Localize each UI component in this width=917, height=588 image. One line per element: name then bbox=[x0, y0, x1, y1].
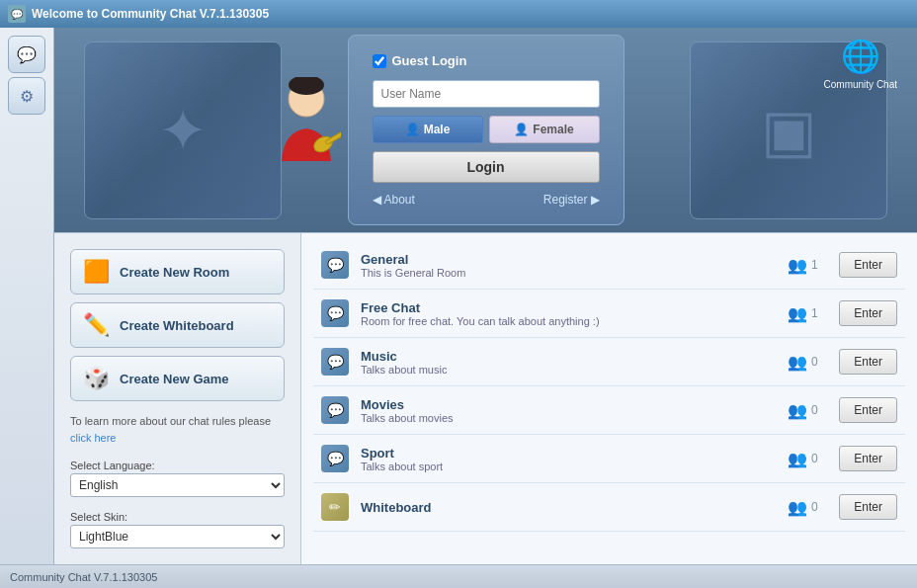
room-users: 👥 1 bbox=[778, 256, 827, 275]
room-users: 👥 1 bbox=[778, 304, 827, 323]
room-list: 💬 General This is General Room 👥 1 Enter… bbox=[301, 233, 917, 564]
users-icon: 👥 bbox=[788, 304, 807, 323]
room-item: 💬 Music Talks about music 👥 0 Enter bbox=[313, 338, 905, 386]
users-icon: 👥 bbox=[788, 353, 807, 372]
room-type-icon: 💬 bbox=[321, 251, 349, 279]
room-users: 👥 0 bbox=[778, 401, 827, 420]
room-users: 👥 0 bbox=[778, 450, 827, 468]
create-whiteboard-button[interactable]: ✏️ Create Whiteboard bbox=[70, 302, 285, 348]
female-button[interactable]: 👤 Female bbox=[489, 116, 600, 143]
guest-label: Guest Login bbox=[392, 53, 467, 68]
status-text: Community Chat V.7.1.130305 bbox=[10, 571, 157, 583]
action-panel: 🟧 Create New Room ✏️ Create Whiteboard 🎲… bbox=[54, 233, 301, 564]
room-desc: This is General Room bbox=[361, 267, 766, 279]
guest-checkbox[interactable] bbox=[373, 54, 386, 68]
user-count: 0 bbox=[811, 403, 818, 417]
room-desc: Talks about music bbox=[361, 364, 766, 376]
logo-left-icon: ✦ bbox=[158, 96, 208, 165]
login-button[interactable]: Login bbox=[373, 151, 600, 183]
about-arrow-icon: ◀ bbox=[373, 193, 381, 207]
skin-selector: Select Skin: LightBlue Dark Classic bbox=[70, 505, 285, 548]
room-users: 👥 0 bbox=[778, 353, 827, 372]
skin-dropdown[interactable]: LightBlue Dark Classic bbox=[70, 525, 285, 548]
room-name: Music bbox=[361, 349, 766, 364]
create-room-button[interactable]: 🟧 Create New Room bbox=[70, 249, 285, 294]
room-type-icon: ✏ bbox=[321, 493, 349, 521]
title-bar: 💬 Welcome to Community Chat V.7.1.130305 bbox=[0, 0, 917, 28]
room-item: 💬 Free Chat Room for free chat. You can … bbox=[313, 290, 905, 338]
about-link[interactable]: ◀ About bbox=[373, 193, 415, 207]
room-type-icon: 💬 bbox=[321, 396, 349, 424]
community-chat-logo: 🌐 Community Chat bbox=[824, 38, 897, 90]
click-here-link[interactable]: click here bbox=[70, 432, 116, 444]
room-info: Whiteboard bbox=[361, 500, 766, 515]
enter-room-button[interactable]: Enter bbox=[839, 349, 897, 375]
about-register-row: ◀ About Register ▶ bbox=[373, 193, 600, 207]
room-type-icon: 💬 bbox=[321, 348, 349, 376]
guest-login-row: Guest Login bbox=[373, 53, 600, 68]
users-icon: 👥 bbox=[788, 401, 807, 420]
main-container: 💬 ⚙ ✦ bbox=[0, 28, 917, 564]
left-sidebar: 💬 ⚙ bbox=[0, 28, 54, 564]
room-item: ✏ Whiteboard 👥 0 Enter bbox=[313, 483, 905, 532]
room-info: Music Talks about music bbox=[361, 349, 766, 376]
create-whiteboard-icon: ✏️ bbox=[83, 312, 110, 338]
room-info: General This is General Room bbox=[361, 252, 766, 279]
avatar bbox=[272, 77, 341, 166]
info-text: To learn more about our chat rules pleas… bbox=[70, 413, 285, 446]
room-name: Sport bbox=[361, 446, 766, 461]
enter-room-button[interactable]: Enter bbox=[839, 446, 897, 471]
users-icon: 👥 bbox=[788, 450, 807, 468]
room-users: 👥 0 bbox=[778, 498, 827, 517]
avatar-area bbox=[272, 77, 341, 169]
users-icon: 👥 bbox=[788, 498, 807, 517]
room-name: General bbox=[361, 252, 766, 267]
logo-panel-left: ✦ bbox=[84, 42, 282, 219]
room-item: 💬 Sport Talks about sport 👥 0 Enter bbox=[313, 435, 905, 483]
create-game-button[interactable]: 🎲 Create New Game bbox=[70, 356, 285, 401]
enter-room-button[interactable]: Enter bbox=[839, 252, 897, 278]
room-desc: Talks about movies bbox=[361, 412, 766, 424]
room-type-icon: 💬 bbox=[321, 445, 349, 472]
user-count: 0 bbox=[811, 452, 818, 465]
male-icon: 👤 bbox=[405, 123, 420, 136]
room-info: Movies Talks about movies bbox=[361, 397, 766, 424]
login-form: 👤 Male 👤 Female Login bbox=[373, 80, 600, 183]
logo-right-icon: ▣ bbox=[761, 96, 817, 165]
room-info: Sport Talks about sport bbox=[361, 446, 766, 472]
register-arrow-icon: ▶ bbox=[591, 193, 600, 207]
create-room-icon: 🟧 bbox=[83, 259, 110, 285]
sidebar-settings-button[interactable]: ⚙ bbox=[8, 77, 45, 115]
content-area: ✦ Guest L bbox=[54, 28, 917, 564]
title-icon: 💬 bbox=[8, 5, 26, 23]
room-name: Whiteboard bbox=[361, 500, 766, 515]
community-logo-icon: 🌐 bbox=[841, 38, 880, 75]
user-count: 1 bbox=[811, 306, 818, 320]
enter-room-button[interactable]: Enter bbox=[839, 397, 897, 423]
enter-room-button[interactable]: Enter bbox=[839, 300, 897, 326]
users-icon: 👥 bbox=[788, 256, 807, 275]
user-count: 0 bbox=[811, 500, 818, 514]
room-desc: Room for free chat. You can talk about a… bbox=[361, 315, 766, 327]
language-selector: Select Language: English Spanish French … bbox=[70, 454, 285, 497]
language-dropdown[interactable]: English Spanish French German bbox=[70, 473, 285, 497]
register-link[interactable]: Register ▶ bbox=[543, 193, 600, 207]
gender-row: 👤 Male 👤 Female bbox=[373, 116, 600, 143]
window-title: Welcome to Community Chat V.7.1.130305 bbox=[32, 7, 269, 21]
room-item: 💬 General This is General Room 👥 1 Enter bbox=[313, 241, 905, 290]
room-item: 💬 Movies Talks about movies 👥 0 Enter bbox=[313, 386, 905, 435]
login-panel: Guest Login 👤 Male 👤 Female L bbox=[348, 35, 625, 225]
room-name: Movies bbox=[361, 397, 766, 412]
username-input[interactable] bbox=[373, 80, 600, 108]
enter-room-button[interactable]: Enter bbox=[839, 494, 897, 520]
create-game-icon: 🎲 bbox=[83, 366, 110, 391]
hero-area: ✦ Guest L bbox=[54, 28, 917, 232]
sidebar-chat-button[interactable]: 💬 bbox=[8, 36, 45, 73]
room-desc: Talks about sport bbox=[361, 461, 766, 472]
room-info: Free Chat Room for free chat. You can ta… bbox=[361, 300, 766, 327]
user-count: 0 bbox=[811, 355, 818, 369]
user-count: 1 bbox=[811, 258, 818, 272]
bottom-area: 🟧 Create New Room ✏️ Create Whiteboard 🎲… bbox=[54, 232, 917, 564]
female-icon: 👤 bbox=[514, 123, 529, 136]
male-button[interactable]: 👤 Male bbox=[373, 116, 483, 143]
